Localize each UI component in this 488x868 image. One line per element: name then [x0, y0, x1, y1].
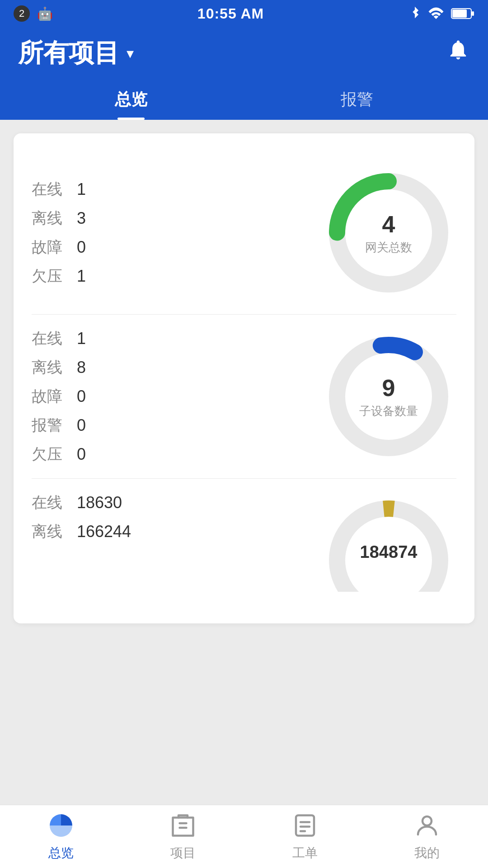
gateway-online-value: 1 [77, 180, 86, 199]
sub-online-row: 在线 1 [32, 328, 321, 349]
data-online-row: 在线 18630 [32, 492, 321, 513]
sub-online-value: 1 [77, 329, 86, 348]
gateway-total-number: 4 [365, 211, 412, 238]
subdevice-stats: 在线 1 离线 8 故障 0 报警 0 欠压 0 [32, 328, 321, 465]
sub-lowvolt-label: 欠压 [32, 444, 68, 465]
status-bar-time: 10:55 AM [197, 5, 264, 22]
tabs: 总览 报警 [18, 80, 470, 120]
overview-icon [47, 812, 75, 841]
status-bar-icons [408, 5, 474, 22]
data-offline-label: 离线 [32, 521, 68, 542]
tab-alarm[interactable]: 报警 [244, 80, 470, 120]
sub-alarm-row: 报警 0 [32, 415, 321, 436]
data-online-label: 在线 [32, 492, 68, 513]
dropdown-icon[interactable]: ▾ [127, 45, 134, 62]
sub-alarm-value: 0 [77, 416, 86, 435]
subdevice-total-number: 9 [359, 374, 418, 401]
header-title[interactable]: 所有项目 ▾ [18, 36, 134, 71]
battery-icon [451, 7, 474, 20]
page-title: 所有项目 [18, 36, 119, 71]
data-chart: 184874 [321, 492, 456, 592]
data-offline-value: 166244 [77, 522, 131, 541]
gateway-chart-text: 4 网关总数 [365, 211, 412, 255]
wifi-icon [427, 7, 445, 20]
sub-offline-label: 离线 [32, 357, 68, 378]
status-bar-left: 2 🤖 [14, 5, 53, 22]
nav-label-workorder: 工单 [292, 844, 318, 862]
gateway-section: 在线 1 离线 3 故障 0 欠压 1 [32, 151, 456, 314]
sub-offline-row: 离线 8 [32, 357, 321, 378]
nav-label-overview: 总览 [48, 844, 74, 862]
data-section: 在线 18630 离线 166244 184874 [32, 479, 456, 605]
mine-icon [413, 812, 441, 841]
sub-fault-value: 0 [77, 387, 86, 406]
tab-overview[interactable]: 总览 [18, 80, 244, 120]
bluetooth-icon [408, 5, 421, 22]
nav-label-mine: 我的 [414, 844, 440, 862]
bell-button[interactable] [446, 38, 470, 69]
svg-rect-11 [296, 815, 314, 835]
sub-fault-label: 故障 [32, 386, 68, 407]
nav-item-overview[interactable]: 总览 [47, 812, 75, 862]
gateway-stats: 在线 1 离线 3 故障 0 欠压 1 [32, 179, 321, 287]
gateway-fault-row: 故障 0 [32, 237, 321, 258]
gateway-online-label: 在线 [32, 179, 68, 200]
project-icon [169, 812, 197, 841]
sub-online-label: 在线 [32, 328, 68, 349]
subdevice-section: 在线 1 离线 8 故障 0 报警 0 欠压 0 [32, 315, 456, 478]
data-total-number: 184874 [360, 542, 418, 562]
main-content: 在线 1 离线 3 故障 0 欠压 1 [0, 120, 488, 834]
svg-rect-2 [472, 11, 474, 16]
data-offline-row: 离线 166244 [32, 521, 321, 542]
gateway-fault-value: 0 [77, 238, 86, 257]
gateway-online-row: 在线 1 [32, 179, 321, 200]
sub-lowvolt-value: 0 [77, 445, 86, 464]
nav-item-mine[interactable]: 我的 [413, 812, 441, 862]
sub-fault-row: 故障 0 [32, 386, 321, 407]
gateway-fault-label: 故障 [32, 237, 68, 258]
android-icon: 🤖 [37, 6, 53, 21]
nav-label-project: 项目 [170, 844, 196, 862]
svg-point-15 [422, 816, 432, 826]
gateway-lowvolt-value: 1 [77, 267, 86, 286]
header: 所有项目 ▾ 总览 报警 [0, 27, 488, 120]
summary-card: 在线 1 离线 3 故障 0 欠压 1 [14, 133, 474, 623]
header-top: 所有项目 ▾ [18, 36, 470, 80]
notification-badge: 2 [14, 5, 30, 22]
gateway-offline-row: 离线 3 [32, 208, 321, 229]
sub-lowvolt-row: 欠压 0 [32, 444, 321, 465]
sub-offline-value: 8 [77, 358, 86, 377]
gateway-chart: 4 网关总数 [321, 165, 456, 301]
nav-item-project[interactable]: 项目 [169, 812, 197, 862]
sub-alarm-label: 报警 [32, 415, 68, 436]
data-online-value: 18630 [77, 493, 122, 512]
gateway-offline-label: 离线 [32, 208, 68, 229]
gateway-lowvolt-label: 欠压 [32, 266, 68, 287]
status-bar: 2 🤖 10:55 AM [0, 0, 488, 27]
svg-rect-1 [452, 9, 467, 18]
bottom-nav: 总览 项目 工单 [0, 805, 488, 868]
gateway-offline-value: 3 [77, 209, 86, 228]
subdevice-chart: 9 子设备数量 [321, 329, 456, 464]
workorder-icon [291, 812, 319, 841]
data-chart-text: 184874 [360, 542, 418, 562]
subdevice-total-label: 子设备数量 [359, 403, 418, 419]
gateway-total-label: 网关总数 [365, 240, 412, 255]
nav-item-workorder[interactable]: 工单 [291, 812, 319, 862]
data-stats: 在线 18630 离线 166244 [32, 492, 321, 542]
gateway-lowvolt-row: 欠压 1 [32, 266, 321, 287]
subdevice-chart-text: 9 子设备数量 [359, 374, 418, 419]
